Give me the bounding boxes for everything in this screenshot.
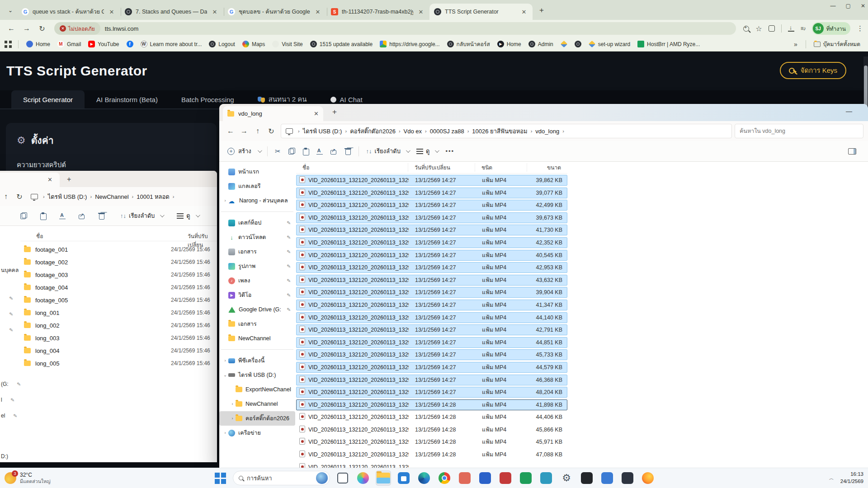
window-close-button[interactable]: ✕ (861, 3, 865, 9)
sidebar-item[interactable]: NewChannel (219, 331, 295, 346)
sidebar-item[interactable]: ›พีซีเครื่องนี้ (219, 353, 295, 368)
browser-tab[interactable]: 7. Stacks and Queues — Data S✕ (120, 4, 223, 20)
bg-col-name[interactable]: ชื่อ (36, 232, 43, 240)
fg-rename-icon[interactable] (316, 148, 323, 155)
bookmark-item[interactable]: ▶YouTube (85, 39, 122, 49)
bg-folder-row[interactable]: footage_00524/1/2569 15:46 (20, 294, 217, 306)
chevron-icon[interactable]: › (229, 416, 236, 421)
bg-sidebar-fragment[interactable]: l✏ (1, 397, 14, 403)
taskbar-app-taskview[interactable] (335, 470, 350, 486)
fg-col-date[interactable]: วันที่ปรับเปลี่ยน (408, 163, 475, 172)
fg-breadcrumb-bar[interactable]: ›ไดรฟ์ USB (D:)›คอร์สติ๊กต๊อก2026›Vdo ex… (281, 124, 732, 138)
taskbar-app-chrome[interactable] (437, 470, 452, 486)
bookmark-item[interactable]: HostBrr | AMD Ryze... (634, 39, 703, 49)
taskbar-app-app-blue2[interactable] (599, 470, 615, 486)
fg-explorer-tab[interactable]: vdo_long ✕ (223, 106, 323, 121)
security-badge[interactable]: ✕ไม่ปลอดภัย (54, 22, 100, 35)
all-bookmarks-button[interactable]: บุ๊คมาร์คทั้งหมด (811, 38, 863, 50)
breadcrumb-item[interactable]: 10026 ยาสีฟันขอหอม (472, 127, 527, 136)
file-row[interactable]: VID_20260113_132120_20260113_132919_9...… (296, 287, 567, 298)
bg-new-tab-button[interactable]: + (67, 175, 71, 183)
bg-sidebar-fragment[interactable]: ✏ (1, 295, 13, 301)
fg-delete-icon[interactable] (344, 148, 351, 155)
tts-tab-script-generator[interactable]: Script Generator (11, 90, 85, 108)
bookmark-item[interactable]: ▶Home (494, 39, 524, 49)
bg-tab-close-icon[interactable]: ✕ (47, 176, 52, 183)
tab-search-chevron-icon[interactable]: ⌄ (4, 4, 17, 17)
tts-tab-ai-brainstorm-(beta)[interactable]: AI Brainstorm (Beta) (85, 90, 170, 108)
bookmark-item[interactable]: 1515 update available (307, 39, 376, 49)
bookmark-item[interactable]: กลับหน้าคอร์ส (444, 38, 493, 50)
chevron-icon[interactable]: › (229, 402, 236, 406)
chevron-icon[interactable]: › (222, 198, 228, 203)
back-button[interactable]: ← (5, 22, 18, 35)
fg-col-size[interactable]: ขนาด (527, 163, 567, 172)
breadcrumb-item[interactable]: ไดรฟ์ USB (D:) (303, 127, 342, 136)
tab-close-icon[interactable]: ✕ (520, 8, 528, 16)
profile-chip[interactable]: SJ ที่ทำงาน (812, 22, 850, 35)
fg-view-button[interactable]: ดู (413, 146, 442, 156)
bg-folder-row[interactable]: long_00124/1/2569 15:46 (20, 306, 217, 319)
breadcrumb-item[interactable]: NewChannel (95, 193, 128, 200)
fg-forward-button[interactable]: → (237, 124, 251, 138)
bg-sidebar-fragment[interactable]: ✏ (1, 327, 13, 333)
bookmark-item[interactable]: Maps (239, 39, 268, 49)
file-row[interactable]: VID_20260113_132120_20260113_132919_9...… (296, 387, 567, 398)
sidebar-item[interactable]: ›NewChannel (219, 397, 295, 411)
bg-sidebar-fragment[interactable]: el✏ (1, 413, 18, 419)
taskbar-app-firefox[interactable] (640, 470, 656, 486)
taskbar-app-app-blue[interactable] (477, 470, 493, 486)
downloads-icon[interactable] (788, 25, 794, 32)
file-row[interactable]: VID_20260113_132120_20260113_132919_9...… (296, 424, 567, 435)
sidebar-item[interactable]: ExportNewChanel (219, 382, 295, 397)
file-row[interactable]: VID_20260113_132120_20260113_132919_9...… (296, 188, 567, 198)
fg-details-pane-icon[interactable] (848, 148, 856, 155)
sidebar-item[interactable]: เดสก์ท็อป✏ (219, 216, 295, 230)
file-row[interactable]: VID_20260113_132120_20260113_132919_9...… (296, 262, 567, 273)
file-row[interactable]: VID_20260113_132120_20260113_132919_9...… (296, 312, 567, 323)
taskbar-app-start[interactable] (212, 470, 228, 486)
sidebar-item[interactable]: เอกสาร✏ (219, 244, 295, 259)
browser-tab[interactable]: Gชุดบอลข - ค้นหาด้วย Google✕ (223, 4, 326, 20)
bookmark-item[interactable] (571, 39, 585, 49)
taskbar-app-settings[interactable]: ⚙ (559, 470, 574, 486)
bookmark-item[interactable]: MGmail (54, 39, 84, 49)
file-row[interactable]: VID_20260113_132120_20260113_132919_9...… (296, 275, 567, 286)
browser-menu-icon[interactable]: ⋮ (857, 24, 863, 33)
taskbar-clock[interactable]: 16:13 24/1/2569 (840, 471, 863, 485)
browser-tab[interactable]: Gqueue vs stack - ค้นหาด้วย Goog✕ (17, 4, 120, 20)
reload-button[interactable]: ↻ (35, 22, 49, 35)
bookmark-item[interactable]: https://drive.google... (377, 39, 443, 49)
fg-sort-button[interactable]: ↑↓เรียงลำดับ (363, 146, 413, 156)
tab-close-icon[interactable]: ✕ (314, 8, 322, 16)
taskbar-app-app-teal[interactable] (538, 470, 554, 486)
zoom-icon[interactable] (743, 26, 749, 32)
fg-paste-icon[interactable] (302, 148, 309, 155)
file-row[interactable]: VID_20260113_132120_20260113_132919_9...… (296, 375, 567, 385)
fg-minimize-button[interactable]: — (846, 108, 852, 115)
bookmark-item[interactable]: Logout (206, 39, 238, 49)
sidebar-item[interactable]: ▶วิดีโอ✏ (219, 288, 295, 302)
browser-tab[interactable]: Sth-11134207-7rasb-ma4xb2jy3✕ (326, 4, 429, 20)
bg-folder-row[interactable]: long_00524/1/2569 15:46 (20, 357, 217, 370)
file-row[interactable]: VID_20260113_132120_20260113_132919_9...… (296, 200, 567, 211)
bg-copy-icon[interactable] (20, 212, 27, 219)
sidebar-item[interactable]: หน้าแรก (219, 164, 295, 179)
fg-search-box[interactable]: ค้นหาใน vdo_long (735, 124, 863, 138)
file-row[interactable]: VID_20260113_132120_20260113_132919_9...… (296, 250, 567, 261)
fg-col-type[interactable]: ชนิด (475, 163, 527, 172)
file-row[interactable]: VID_20260113_132120_20260113_132919_9...… (296, 449, 567, 460)
taskbar-app-explorer[interactable] (376, 470, 391, 486)
bg-folder-row[interactable]: footage_00124/1/2569 15:46 (20, 243, 217, 256)
address-bar[interactable]: ✕ไม่ปลอดภัย tts.lnwsi.com (54, 22, 736, 35)
file-row[interactable]: VID_20260113_132120_20260113_132919_9...… (296, 237, 567, 248)
fg-copy-icon[interactable] (288, 148, 295, 155)
bookmark-item[interactable]: Admin (525, 39, 557, 49)
window-maximize-button[interactable]: ▢ (846, 3, 851, 9)
sidebar-item[interactable]: แกลเลอรี (219, 179, 295, 193)
file-row[interactable]: VID_20260113_132120_20260113_132919_9...… (296, 362, 567, 373)
fg-refresh-button[interactable]: ↻ (264, 124, 278, 138)
file-row[interactable]: VID_20260113_132120_20260113_132919_9...… (296, 300, 567, 310)
breadcrumb-item[interactable]: คอร์สติ๊กต๊อก2026 (350, 127, 396, 136)
taskbar-app-store[interactable] (396, 470, 411, 486)
